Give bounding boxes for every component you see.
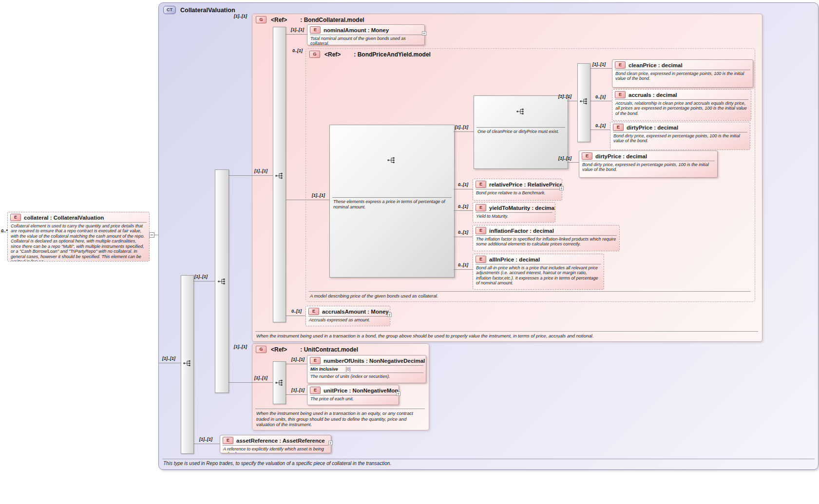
element-title: accrualsAmount : Money [322,309,389,315]
element-dirtyprice-optional[interactable]: E dirtyPrice : decimal Bond dirty price,… [610,122,750,150]
group-badge: G [309,51,320,58]
percentage-price-constraint-box[interactable]: These elements express a price in terms … [329,125,455,278]
group-header: G <Ref> : UnitContract.model [256,346,426,353]
element-title: cleanPrice : decimal [629,62,683,68]
clean-or-dirty-choice-box[interactable]: One of cleanPrice or dirtyPrice must exi… [474,95,568,169]
cardinality-label: [1]..[1] [234,344,247,349]
element-accruals[interactable]: E accruals : decimal Accruals, relations… [612,89,751,121]
element-badge: E [582,152,592,160]
schema-diagram: CT CollateralValuation This type is used… [0,0,819,504]
constraint-note: One of cleanPrice or dirtyPrice must exi… [476,127,565,136]
cardinality-label: [1]..[1] [291,388,305,392]
connector-line [590,68,612,69]
cardinality-label: [1]..[1] [592,62,606,67]
group-type-label: : BondPriceAndYield.model [354,51,431,58]
cardinality-label: [1]..[1] [558,94,571,99]
cardinality-label: 0..[1] [292,48,303,53]
cardinality-label: 0..[1] [458,182,468,187]
cardinality-label: 0..* [1,228,8,233]
element-dirtyprice-required[interactable]: E dirtyPrice : decimal Bond dirty price,… [579,150,718,178]
sequence-icon [387,156,396,164]
element-numberofunits[interactable]: E numberOfUnits : NonNegativeDecimal Min… [307,355,426,383]
sequence-icon [275,379,284,387]
sequence-icon [516,108,525,115]
expand-button[interactable]: + [387,313,392,317]
element-description: Bond clean price, expressed in percentag… [615,70,750,82]
element-accrualsamount[interactable]: E accrualsAmount : Money Accruals expres… [305,306,390,326]
element-title: dirtyPrice : decimal [595,153,647,159]
cardinality-label: [1]..[1] [558,156,571,161]
element-nominalamount[interactable]: E nominalAmount : Money Total nominal am… [307,24,425,45]
expand-button[interactable]: + [396,392,400,396]
facet-row: Min Inclusive [0] [310,365,423,373]
element-badge: E [613,124,624,131]
sequence-bar-unitcontract[interactable] [273,361,286,404]
cardinality-label: [1]..[1] [455,125,468,130]
element-description: The number of units (index or securities… [310,373,423,380]
complex-type-name: CollateralValuation [180,7,235,14]
cardinality-label: [1]..[1] [194,274,208,279]
connector-line [228,175,273,176]
element-inflationfactor[interactable]: E inflationFactor : decimal The inflatio… [473,225,620,251]
connector-line [193,444,220,444]
connector-line [567,101,577,101]
complex-type-header: CT CollateralValuation [163,6,235,14]
element-description: A reference to explicitly identify which… [223,445,328,453]
element-badge: E [615,91,626,98]
element-relativeprice[interactable]: E relativePrice : RelativePrice Bond pri… [473,179,562,201]
element-description: Bond dirty price, expressed in percentag… [582,161,715,173]
cardinality-label: 0..[1] [458,262,468,267]
constraint-note: These elements express a price in terms … [332,197,452,211]
element-badge: E [476,181,486,188]
connector-line [454,189,473,189]
element-badge: E [476,256,486,263]
sequence-bar-outer[interactable] [181,275,194,454]
cardinality-label: [1]..[1] [312,193,325,198]
cardinality-label: 0..[1] [291,309,302,314]
connector-line [590,130,610,130]
expand-button[interactable]: + [328,441,333,445]
element-yieldtomaturity[interactable]: E yieldToMaturity : decimal Yield to Mat… [473,202,555,223]
connector-line [454,210,473,211]
group-badge: G [256,346,267,353]
element-allinprice[interactable]: E allInPrice : decimal Bond all-in-price… [473,254,604,290]
sequence-bar-price[interactable] [577,63,590,142]
connector-line [285,34,307,35]
element-unitprice[interactable]: E unitPrice : NonNegativeMoney The price… [307,385,399,405]
cardinality-label: 0..[1] [458,230,468,235]
element-cleanprice[interactable]: E cleanPrice : decimal Bond clean price,… [612,59,753,88]
element-title: relativePrice : RelativePrice [489,182,562,187]
element-collateral[interactable]: E collateral : CollateralValuation Colla… [7,212,150,261]
element-title: accruals : decimal [629,92,677,98]
expand-button[interactable]: + [559,186,564,190]
element-assetreference[interactable]: E assetReference : AssetReference A refe… [220,435,331,453]
cardinality-label: [1]..[1] [234,14,247,19]
element-description: Accruals expressed as amount. [308,316,387,323]
cardinality-label: [1]..[1] [254,168,267,173]
group-ref-label: <Ref> [324,51,341,58]
connector-line [567,162,579,163]
sequence-icon [579,97,588,105]
element-description: The inflation factor is specified for in… [476,235,617,248]
connector-line [454,269,473,270]
facet-value: [0] [346,367,351,372]
element-badge: E [476,204,486,211]
group-footnote: When the instrument being used in a tran… [255,409,425,428]
sequence-bar-inner[interactable] [215,169,229,393]
sequence-bar-bondcollateral[interactable] [273,27,286,322]
cardinality-label: [1]..[1] [254,375,267,380]
element-title: nominalAmount : Money [324,27,389,33]
element-description: Accruals, relationship is clean price an… [615,99,748,117]
expand-button[interactable]: + [422,31,426,36]
element-title: collateral : CollateralValuation [24,215,104,221]
group-type-label: : BondCollateral.model [300,17,364,23]
group-ref-label: <Ref> [271,346,287,353]
sequence-icon [183,359,191,367]
sequence-icon [217,278,226,285]
collapse-toggle[interactable] [149,232,154,238]
element-badge: E [308,308,319,315]
cardinality-label: 0..[1] [595,94,606,99]
element-title: inflationFactor : decimal [489,228,554,234]
cardinality-label: [1]..[1] [199,437,212,442]
group-header: G <Ref> : BondPriceAndYield.model [309,51,752,58]
